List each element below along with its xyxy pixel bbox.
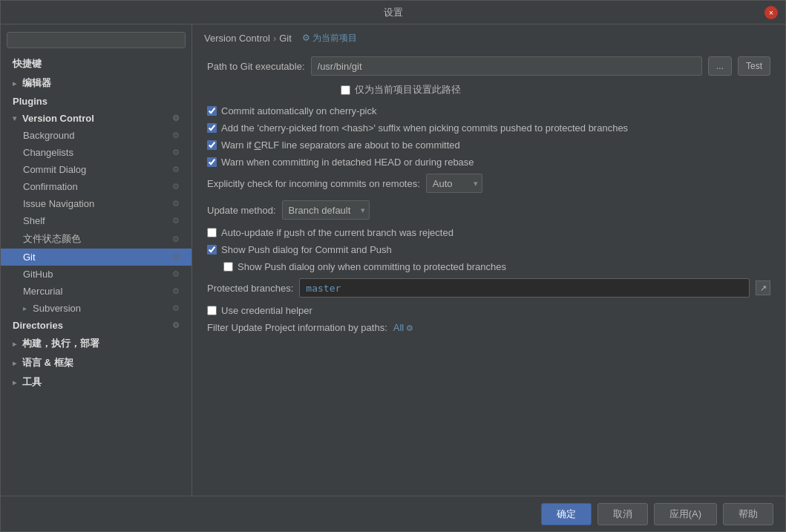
title-bar: 设置 × (1, 1, 785, 24)
editor-arrow-icon: ▸ (13, 79, 16, 88)
sidebar-item-label-changelists: Changelists (23, 147, 73, 158)
settings-panel: Path to Git executable: ... Test 仅为当前项目设… (192, 49, 785, 496)
filter-all-value[interactable]: All (393, 322, 414, 333)
cb4-label: Warn when committing in detached HEAD or… (221, 157, 474, 168)
sidebar-item-label-confirmation: Confirmation (23, 181, 78, 192)
git-path-label: Path to Git executable: (207, 61, 305, 72)
git-path-input[interactable] (311, 56, 702, 76)
sidebar-item-languages[interactable]: ▸语言 & 框架 (1, 353, 191, 372)
sidebar-item-tools[interactable]: ▸工具 (1, 372, 191, 392)
sidebar-item-changelists[interactable]: Changelists⚙ (1, 144, 191, 161)
protected-branches-label: Protected branches: (207, 283, 293, 294)
project-label: 为当前项目 (312, 33, 357, 43)
sidebar-item-confirmation[interactable]: Confirmation⚙ (1, 178, 191, 195)
github-gear-icon: ⚙ (172, 269, 180, 279)
update-method-row: Update method: Branch default Rebase Mer… (207, 200, 770, 220)
project-icon: ⚙ (302, 33, 310, 43)
commit-dialog-gear-icon: ⚙ (172, 165, 180, 174)
version-control-arrow-icon: ▾ (13, 114, 16, 122)
only-current-project-checkbox[interactable] (341, 85, 350, 95)
sidebar-item-git[interactable]: Git⚙ (1, 249, 191, 266)
test-button[interactable]: Test (738, 56, 770, 76)
breadcrumb-part1: Version Control (204, 33, 270, 44)
sidebar-item-label-plugins: Plugins (13, 96, 48, 107)
bottom-bar: 确定 取消 应用(A) 帮助 (1, 496, 785, 531)
breadcrumb-separator: › (273, 33, 276, 44)
cb7-checkbox[interactable] (223, 262, 233, 272)
file-status-colors-gear-icon: ⚙ (172, 234, 180, 244)
filter-row: Filter Update Project information by pat… (207, 322, 770, 333)
sidebar-item-version-control[interactable]: ▾Version Control⚙ (1, 110, 191, 127)
subversion-arrow-icon: ▸ (23, 304, 27, 312)
browse-button[interactable]: ... (708, 56, 732, 76)
sidebar-item-github[interactable]: GitHub⚙ (1, 266, 191, 283)
breadcrumb: Version Control › Git ⚙ 为当前项目 (192, 24, 785, 49)
cb7-row: Show Push dialog only when committing to… (207, 261, 770, 272)
update-method-label: Update method: (207, 205, 276, 216)
cb6-row: Show Push dialog for Commit and Push (207, 244, 770, 255)
cb4-checkbox[interactable] (207, 157, 217, 167)
sidebar-item-file-status-colors[interactable]: 文件状态颜色⚙ (1, 229, 191, 249)
cb8-label: Use credential helper (221, 305, 312, 316)
sidebar-item-label-subversion: Subversion (33, 303, 81, 314)
breadcrumb-spacer: ⚙ 为当前项目 (302, 32, 357, 45)
search-input[interactable] (13, 35, 179, 45)
sidebar-item-plugins[interactable]: Plugins (1, 93, 191, 110)
sidebar-item-editor[interactable]: ▸编辑器 (1, 73, 191, 93)
help-button[interactable]: 帮助 (723, 503, 773, 525)
sidebar-item-background[interactable]: Background⚙ (1, 127, 191, 144)
cb3-row: Warn if CRLF line separators are about t… (207, 139, 770, 151)
close-button[interactable]: × (764, 6, 778, 19)
cb8-checkbox[interactable] (207, 306, 217, 315)
protected-branches-row: Protected branches: ↗ (207, 278, 770, 298)
sidebar-item-directories[interactable]: Directories⚙ (1, 317, 191, 334)
sidebar-item-label-background: Background (23, 130, 74, 141)
sidebar-item-label-file-status-colors: 文件状态颜色 (23, 232, 81, 246)
cb5-checkbox[interactable] (207, 228, 217, 237)
only-current-project-row: 仅为当前项目设置此路径 (207, 83, 770, 96)
incoming-select[interactable]: Auto Always Never (426, 174, 482, 193)
sidebar-item-label-github: GitHub (23, 269, 53, 280)
tools-arrow-icon: ▸ (13, 378, 16, 387)
issue-navigation-gear-icon: ⚙ (172, 199, 180, 208)
sidebar-item-shelf[interactable]: Shelf⚙ (1, 212, 191, 229)
sidebar-item-label-git: Git (23, 252, 36, 263)
sidebar-item-label-commit-dialog: Commit Dialog (23, 164, 86, 175)
cb6-checkbox[interactable] (207, 245, 217, 254)
sidebar-item-label-shortcuts: 快捷键 (13, 57, 42, 70)
languages-arrow-icon: ▸ (13, 359, 16, 367)
sidebar-item-label-issue-navigation: Issue Navigation (23, 198, 94, 209)
cb3-label: Warn if CRLF line separators are about t… (221, 139, 460, 151)
cb8-row: Use credential helper (207, 305, 770, 316)
incoming-label: Explicitly check for incoming commits on… (207, 178, 420, 189)
sidebar-item-issue-navigation[interactable]: Issue Navigation⚙ (1, 195, 191, 212)
cb1-row: Commit automatically on cherry-pick (207, 105, 770, 116)
apply-button[interactable]: 应用(A) (654, 503, 717, 525)
filter-label: Filter Update Project information by pat… (207, 322, 387, 333)
cb7-label: Show Push dialog only when committing to… (238, 261, 506, 272)
sidebar-item-build[interactable]: ▸构建，执行，部署 (1, 334, 191, 353)
expand-protected-button[interactable]: ↗ (756, 280, 770, 295)
sidebar-item-subversion[interactable]: ▸Subversion⚙ (1, 300, 191, 317)
update-method-select-wrap: Branch default Rebase Merge (282, 200, 370, 220)
sidebar-item-label-shelf: Shelf (23, 215, 45, 226)
ok-button[interactable]: 确定 (541, 503, 592, 525)
cb1-checkbox[interactable] (207, 106, 217, 116)
incoming-commits-row: Explicitly check for incoming commits on… (207, 174, 770, 193)
background-gear-icon: ⚙ (172, 131, 180, 140)
window-title: 设置 (384, 6, 403, 19)
protected-branches-input[interactable] (299, 278, 750, 298)
git-gear-icon: ⚙ (172, 252, 180, 262)
sidebar-item-label-editor: 编辑器 (22, 76, 51, 90)
cb2-label: Add the 'cherry-picked from <hash>' suff… (221, 122, 628, 134)
confirmation-gear-icon: ⚙ (172, 182, 180, 191)
update-method-select[interactable]: Branch default Rebase Merge (282, 200, 370, 220)
sidebar-item-mercurial[interactable]: Mercurial⚙ (1, 283, 191, 300)
cb2-checkbox[interactable] (207, 123, 217, 133)
cancel-button[interactable]: 取消 (597, 503, 648, 525)
search-box[interactable] (7, 32, 186, 48)
sidebar-item-shortcuts[interactable]: 快捷键 (1, 54, 191, 73)
sidebar-item-commit-dialog[interactable]: Commit Dialog⚙ (1, 161, 191, 178)
sidebar-item-label-build: 构建，执行，部署 (22, 337, 99, 350)
cb3-checkbox[interactable] (207, 140, 217, 150)
